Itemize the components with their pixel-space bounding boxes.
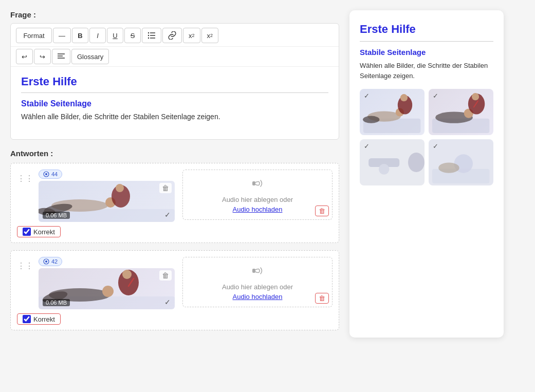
image-size-2: 0.06 MB [43,299,70,306]
editor-body: Wählen alle Bilder, die Schritte der Sta… [21,113,328,121]
image-size-1: 0.06 MB [43,212,70,219]
svg-point-43 [438,162,459,173]
preview-title: Erste Hilfe [360,23,493,36]
svg-point-38 [472,93,479,100]
svg-rect-27 [252,269,255,273]
svg-point-20 [45,260,47,263]
preview-body: Wählen alle Bilder, die Schritte der Sta… [360,61,493,81]
editor-h2: Stabile Seitenlage [21,99,328,108]
editor-box: Format — B I U S x2 x2 ↩ ↪ [10,23,339,140]
audio-delete-btn-2[interactable]: 🗑 [315,293,329,304]
link-button[interactable] [162,28,182,43]
audio-drop-text-1: Audio hier ablegen oder [222,196,293,203]
image-check-2: ✓ [164,298,171,306]
antworten-label: Antworten : [10,149,339,158]
preview-subtitle: Stabile Seitenlage [360,48,493,57]
audio-slot-2: Audio hier ablegen oder Audio hochladen … [182,257,333,307]
editor-content: Erste Hilfe Stabile Seitenlage Wählen al… [11,67,339,129]
drag-handle-1[interactable]: ⋮⋮ [17,174,33,183]
bold-button[interactable]: B [72,28,88,43]
undo-button[interactable]: ↩ [16,49,33,64]
svg-point-32 [400,94,408,101]
format-button[interactable]: Format [16,28,52,43]
image-preview-2: 🗑 0.06 MB ✓ [39,268,175,309]
strikethrough-button[interactable]: S [124,28,141,43]
audio-upload-link-1[interactable]: Audio hochladen [233,206,283,213]
underline-button[interactable]: U [107,28,123,43]
audio-drop-text-2: Audio hier ablegen oder [222,283,293,291]
korrekt-label-2[interactable]: Korrekt [17,313,61,325]
audio-slot-1: Audio hier ablegen oder Audio hochladen … [182,170,333,220]
preview-img-3[interactable]: ✓ [360,139,425,185]
image-trash-1[interactable]: 🗑 [159,183,172,193]
svg-point-33 [363,116,379,123]
redo-button[interactable]: ↪ [34,49,51,64]
svg-point-5 [148,38,149,39]
korrekt-row-2: Korrekt [17,313,333,325]
media-tag-2: 42 [39,257,62,266]
audio-upload-link-2[interactable]: Audio hochladen [233,293,283,301]
toolbar-row2: ↩ ↪ Glossary [11,47,339,67]
preview-check-2: ✓ [433,92,438,100]
svg-point-25 [102,286,114,297]
media-tag-1: 44 [39,170,62,179]
image-preview-1: 🗑 0.06 MB ✓ [39,181,175,222]
svg-point-40 [379,164,390,175]
svg-point-10 [45,173,47,175]
answer-block-2: ⋮⋮ 42 [10,250,339,330]
left-panel: Frage : Format — B I U S x2 x2 [10,10,339,338]
svg-rect-18 [252,181,255,185]
preview-img-2[interactable]: ✓ [429,89,493,135]
preview-images: ✓ ✓ [360,89,493,185]
image-trash-2[interactable]: 🗑 [159,270,172,281]
divider-button[interactable]: — [53,28,71,43]
preview-img-1[interactable]: ✓ [360,89,425,135]
answer-block-1: ⋮⋮ 44 [10,163,339,243]
audio-delete-btn-1[interactable]: 🗑 [315,206,329,216]
image-slot-2: 42 [39,257,177,309]
editor-h1: Erste Hilfe [21,75,328,88]
svg-point-3 [148,32,149,33]
subscript-button[interactable]: x2 [201,28,219,43]
toolbar-row1: Format — B I U S x2 x2 [11,24,339,47]
editor-divider [21,92,328,93]
korrekt-row-1: Korrekt [17,226,333,237]
list-button[interactable] [142,28,161,43]
align-button[interactable] [52,49,70,64]
korrekt-label-1[interactable]: Korrekt [17,226,61,237]
preview-img-4[interactable]: ✓ [429,139,493,185]
italic-button[interactable]: I [89,28,106,43]
image-slot-1: 44 [39,170,177,222]
media-tag-label-1: 44 [51,171,58,177]
answer-inner-2: ⋮⋮ 42 [17,257,333,309]
audio-icon-1 [250,176,265,194]
korrekt-checkbox-1[interactable] [23,228,31,236]
svg-point-23 [122,270,132,279]
svg-point-15 [116,184,124,192]
korrekt-checkbox-2[interactable] [23,315,31,323]
glossary-button[interactable]: Glossary [71,49,109,64]
superscript-button[interactable]: x2 [183,28,200,43]
media-tag-label-2: 42 [51,258,58,265]
audio-icon-2 [250,264,265,281]
image-check-1: ✓ [164,211,171,219]
frage-label: Frage : [10,10,339,19]
right-panel: Erste Hilfe Stabile Seitenlage Wählen al… [349,10,504,338]
svg-point-4 [148,35,149,36]
preview-check-1: ✓ [364,92,370,100]
preview-check-4: ✓ [433,142,438,150]
preview-divider [360,41,493,42]
drag-handle-2[interactable]: ⋮⋮ [17,261,33,271]
answer-inner-1: ⋮⋮ 44 [17,170,333,222]
